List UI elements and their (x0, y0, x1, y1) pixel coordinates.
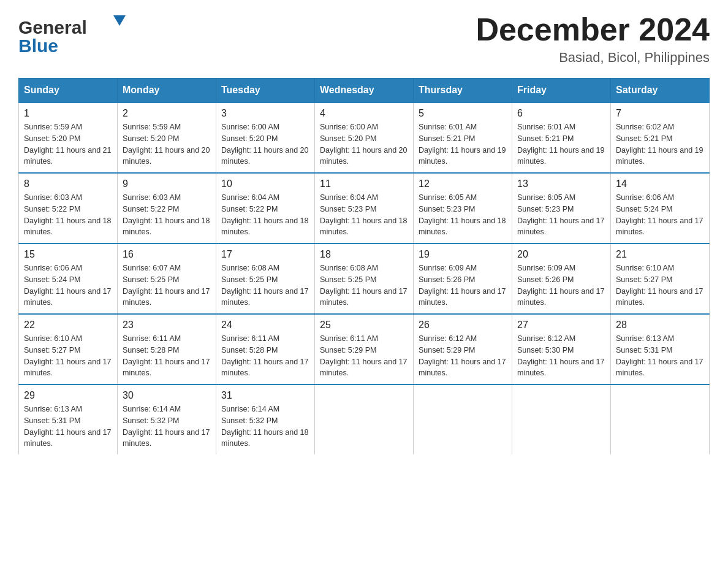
calendar-cell: 6Sunrise: 6:01 AMSunset: 5:21 PMDaylight… (512, 102, 611, 173)
day-number: 16 (123, 249, 211, 260)
day-number: 31 (221, 390, 309, 401)
day-info: Sunrise: 6:04 AMSunset: 5:23 PMDaylight:… (320, 192, 408, 238)
day-info: Sunrise: 6:14 AMSunset: 5:32 PMDaylight:… (123, 404, 211, 450)
day-info: Sunrise: 6:03 AMSunset: 5:22 PMDaylight:… (24, 192, 112, 238)
weekday-header-saturday: Saturday (611, 79, 710, 103)
weekday-header-sunday: Sunday (19, 79, 118, 103)
calendar-cell: 10Sunrise: 6:04 AMSunset: 5:22 PMDayligh… (216, 173, 315, 243)
svg-marker-1 (113, 15, 126, 26)
day-info: Sunrise: 6:14 AMSunset: 5:32 PMDaylight:… (221, 404, 309, 450)
calendar-week-row: 8Sunrise: 6:03 AMSunset: 5:22 PMDaylight… (19, 173, 710, 243)
day-info: Sunrise: 6:05 AMSunset: 5:23 PMDaylight:… (419, 192, 507, 238)
calendar-cell: 8Sunrise: 6:03 AMSunset: 5:22 PMDaylight… (19, 173, 118, 243)
calendar-cell: 20Sunrise: 6:09 AMSunset: 5:26 PMDayligh… (512, 243, 611, 314)
calendar-cell (611, 385, 710, 454)
day-number: 13 (517, 178, 605, 190)
day-info: Sunrise: 6:00 AMSunset: 5:20 PMDaylight:… (221, 121, 309, 167)
calendar-cell (512, 385, 611, 454)
calendar-cell: 16Sunrise: 6:07 AMSunset: 5:25 PMDayligh… (118, 243, 216, 314)
calendar-week-row: 22Sunrise: 6:10 AMSunset: 5:27 PMDayligh… (19, 314, 710, 385)
day-number: 8 (24, 178, 112, 190)
calendar-cell: 3Sunrise: 6:00 AMSunset: 5:20 PMDaylight… (216, 102, 315, 173)
day-number: 11 (320, 178, 408, 190)
calendar-cell: 14Sunrise: 6:06 AMSunset: 5:24 PMDayligh… (611, 173, 710, 243)
weekday-header-row: SundayMondayTuesdayWednesdayThursdayFrid… (19, 79, 710, 103)
day-number: 14 (616, 178, 704, 190)
calendar-cell: 26Sunrise: 6:12 AMSunset: 5:29 PMDayligh… (414, 314, 512, 385)
month-title: December 2024 (476, 12, 710, 47)
day-info: Sunrise: 6:06 AMSunset: 5:24 PMDaylight:… (24, 262, 112, 308)
calendar-cell: 29Sunrise: 6:13 AMSunset: 5:31 PMDayligh… (19, 385, 118, 454)
day-number: 23 (123, 320, 211, 331)
day-number: 28 (616, 320, 704, 331)
calendar-cell: 13Sunrise: 6:05 AMSunset: 5:23 PMDayligh… (512, 173, 611, 243)
weekday-header-thursday: Thursday (414, 79, 512, 103)
calendar-cell: 2Sunrise: 5:59 AMSunset: 5:20 PMDaylight… (118, 102, 216, 173)
day-number: 6 (517, 108, 605, 119)
svg-text:General: General (18, 17, 87, 37)
title-area: December 2024 Basiad, Bicol, Philippines (476, 12, 710, 66)
day-number: 24 (221, 320, 309, 331)
calendar-cell (315, 385, 414, 454)
day-info: Sunrise: 6:08 AMSunset: 5:25 PMDaylight:… (221, 262, 309, 308)
calendar-cell: 30Sunrise: 6:14 AMSunset: 5:32 PMDayligh… (118, 385, 216, 454)
day-number: 30 (123, 390, 211, 401)
calendar-cell (414, 385, 512, 454)
calendar-cell: 9Sunrise: 6:03 AMSunset: 5:22 PMDaylight… (118, 173, 216, 243)
svg-text:Blue: Blue (18, 36, 58, 55)
calendar-cell: 24Sunrise: 6:11 AMSunset: 5:28 PMDayligh… (216, 314, 315, 385)
day-number: 27 (517, 320, 605, 331)
calendar-cell: 19Sunrise: 6:09 AMSunset: 5:26 PMDayligh… (414, 243, 512, 314)
day-info: Sunrise: 6:01 AMSunset: 5:21 PMDaylight:… (419, 121, 507, 167)
day-info: Sunrise: 6:04 AMSunset: 5:22 PMDaylight:… (221, 192, 309, 238)
day-number: 15 (24, 249, 112, 260)
day-info: Sunrise: 6:08 AMSunset: 5:25 PMDaylight:… (320, 262, 408, 308)
calendar-week-row: 1Sunrise: 5:59 AMSunset: 5:20 PMDaylight… (19, 102, 710, 173)
day-info: Sunrise: 6:13 AMSunset: 5:31 PMDaylight:… (24, 404, 112, 450)
calendar-week-row: 15Sunrise: 6:06 AMSunset: 5:24 PMDayligh… (19, 243, 710, 314)
calendar-cell: 21Sunrise: 6:10 AMSunset: 5:27 PMDayligh… (611, 243, 710, 314)
day-number: 12 (419, 178, 507, 190)
day-info: Sunrise: 5:59 AMSunset: 5:20 PMDaylight:… (24, 121, 112, 167)
day-number: 10 (221, 178, 309, 190)
day-number: 17 (221, 249, 309, 260)
calendar-cell: 18Sunrise: 6:08 AMSunset: 5:25 PMDayligh… (315, 243, 414, 314)
day-info: Sunrise: 6:12 AMSunset: 5:29 PMDaylight:… (419, 333, 507, 379)
day-number: 1 (24, 108, 112, 119)
location: Basiad, Bicol, Philippines (476, 50, 710, 66)
day-number: 2 (123, 108, 211, 119)
day-number: 26 (419, 320, 507, 331)
day-number: 4 (320, 108, 408, 119)
calendar-cell: 22Sunrise: 6:10 AMSunset: 5:27 PMDayligh… (19, 314, 118, 385)
day-info: Sunrise: 6:01 AMSunset: 5:21 PMDaylight:… (517, 121, 605, 167)
day-number: 29 (24, 390, 112, 401)
day-info: Sunrise: 6:03 AMSunset: 5:22 PMDaylight:… (123, 192, 211, 238)
day-info: Sunrise: 6:09 AMSunset: 5:26 PMDaylight:… (419, 262, 507, 308)
calendar-week-row: 29Sunrise: 6:13 AMSunset: 5:31 PMDayligh… (19, 385, 710, 454)
day-number: 21 (616, 249, 704, 260)
day-info: Sunrise: 6:10 AMSunset: 5:27 PMDaylight:… (24, 333, 112, 379)
calendar-cell: 5Sunrise: 6:01 AMSunset: 5:21 PMDaylight… (414, 102, 512, 173)
day-number: 22 (24, 320, 112, 331)
calendar-cell: 28Sunrise: 6:13 AMSunset: 5:31 PMDayligh… (611, 314, 710, 385)
day-info: Sunrise: 6:05 AMSunset: 5:23 PMDaylight:… (517, 192, 605, 238)
day-info: Sunrise: 6:07 AMSunset: 5:25 PMDaylight:… (123, 262, 211, 308)
day-number: 18 (320, 249, 408, 260)
calendar-cell: 23Sunrise: 6:11 AMSunset: 5:28 PMDayligh… (118, 314, 216, 385)
day-info: Sunrise: 6:12 AMSunset: 5:30 PMDaylight:… (517, 333, 605, 379)
day-info: Sunrise: 6:13 AMSunset: 5:31 PMDaylight:… (616, 333, 704, 379)
day-info: Sunrise: 6:06 AMSunset: 5:24 PMDaylight:… (616, 192, 704, 238)
weekday-header-friday: Friday (512, 79, 611, 103)
logo: General Blue (18, 12, 135, 55)
day-number: 19 (419, 249, 507, 260)
day-number: 9 (123, 178, 211, 190)
weekday-header-monday: Monday (118, 79, 216, 103)
day-info: Sunrise: 6:11 AMSunset: 5:29 PMDaylight:… (320, 333, 408, 379)
page-header: General Blue December 2024 Basiad, Bicol… (18, 12, 710, 66)
calendar-cell: 7Sunrise: 6:02 AMSunset: 5:21 PMDaylight… (611, 102, 710, 173)
calendar-cell: 25Sunrise: 6:11 AMSunset: 5:29 PMDayligh… (315, 314, 414, 385)
calendar-cell: 31Sunrise: 6:14 AMSunset: 5:32 PMDayligh… (216, 385, 315, 454)
day-number: 5 (419, 108, 507, 119)
calendar-cell: 12Sunrise: 6:05 AMSunset: 5:23 PMDayligh… (414, 173, 512, 243)
weekday-header-tuesday: Tuesday (216, 79, 315, 103)
